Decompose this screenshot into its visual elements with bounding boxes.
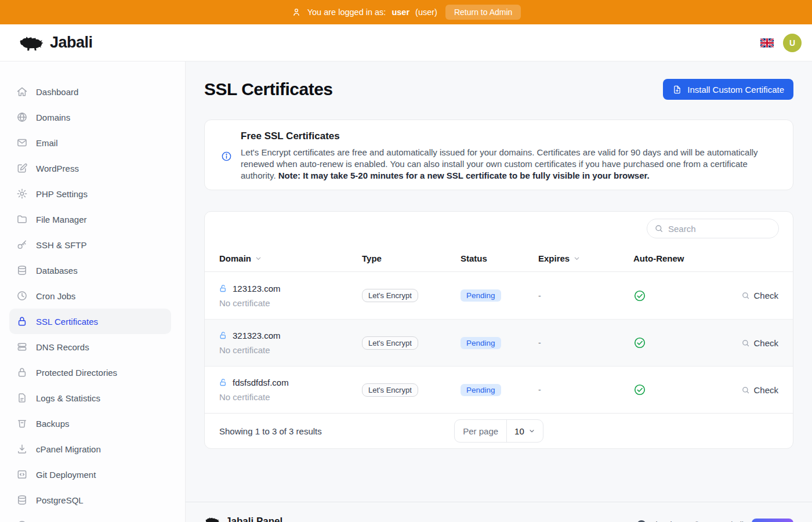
chevron-down-icon — [255, 255, 262, 262]
certificate-subtitle: No certificate — [219, 345, 362, 355]
boar-logo-icon — [17, 32, 44, 53]
search-input[interactable] — [668, 224, 771, 234]
magnifier-icon — [741, 386, 750, 394]
column-header-auto-renew: Auto-Renew — [633, 253, 725, 263]
sidebar-item-cron-jobs[interactable]: Cron Jobs — [9, 283, 171, 309]
sidebar-item-ssl-certificates[interactable]: SSL Certificates — [9, 309, 171, 334]
check-button[interactable]: Check — [725, 291, 778, 300]
key-icon — [16, 239, 28, 251]
certificates-table: Domain Type Status Expires Auto-Renew — [204, 211, 793, 449]
unlock-icon — [219, 331, 228, 340]
bin-icon — [16, 418, 28, 429]
sidebar-item-postgresql[interactable]: PostgreSQL — [9, 487, 171, 513]
check-button[interactable]: Check — [725, 338, 778, 348]
sidebar-item-git-deployment[interactable]: Git Deployment — [9, 462, 171, 487]
sidebar-item-ssh-sftp[interactable]: SSH & SFTP — [9, 232, 171, 258]
sidebar-item-logs-statistics[interactable]: Logs & Statistics — [9, 385, 171, 411]
sidebar-item-dns-records[interactable]: DNS Records — [9, 334, 171, 360]
chevron-down-icon — [528, 427, 535, 434]
per-page-select[interactable]: Per page 10 — [454, 419, 543, 443]
pencil-square-icon — [16, 162, 28, 174]
user-icon — [291, 7, 302, 17]
status-badge: Pending — [461, 337, 501, 349]
domain-name[interactable]: 123123.com — [219, 284, 362, 293]
expires-value: - — [538, 385, 541, 394]
type-badge: Let's Encrypt — [362, 289, 418, 302]
info-box-body: Let's Encrypt certificates are free and … — [241, 147, 767, 182]
language-flag-icon[interactable] — [760, 38, 774, 48]
chevron-down-icon — [573, 255, 581, 262]
folder-icon — [16, 213, 28, 225]
sidebar-item-protected-directories[interactable]: Protected Directories — [9, 360, 171, 385]
status-badge: Pending — [461, 289, 501, 302]
expires-value: - — [538, 338, 541, 347]
sidebar-item-file-manager[interactable]: File Manager — [9, 206, 171, 232]
column-header-type: Type — [362, 253, 461, 263]
boar-logo-icon — [204, 515, 220, 522]
sidebar-item-backups[interactable]: Backups — [9, 411, 171, 436]
sidebar-item-databases[interactable]: Databases — [9, 258, 171, 283]
return-to-admin-button[interactable]: Return to Admin — [445, 5, 521, 20]
results-summary: Showing 1 to 3 of 3 results — [219, 426, 454, 436]
document-icon — [16, 392, 28, 404]
page-footer: Jabali Panel GitHub • © 2026 Jabali v0.9… — [186, 502, 812, 522]
circle-icon — [16, 520, 28, 522]
magnifier-icon — [741, 339, 750, 347]
server-icon — [16, 341, 28, 353]
brand-name: Jabali — [50, 34, 93, 52]
magnifier-icon — [741, 291, 750, 300]
column-header-status: Status — [461, 253, 538, 263]
type-badge: Let's Encrypt — [362, 336, 418, 350]
gear-icon — [16, 188, 28, 200]
brand-logo: Jabali — [17, 32, 93, 53]
user-avatar[interactable]: U — [783, 34, 802, 52]
free-ssl-info-box: Free SSL Certificates Let's Encrypt cert… — [204, 119, 793, 190]
code-icon — [16, 469, 28, 480]
file-plus-icon — [672, 85, 682, 95]
info-box-title: Free SSL Certificates — [241, 130, 767, 142]
certificate-subtitle: No certificate — [219, 392, 362, 402]
type-badge: Let's Encrypt — [362, 383, 418, 397]
certificate-subtitle: No certificate — [219, 298, 362, 308]
sidebar-item-email[interactable]: Email — [9, 130, 171, 155]
table-row: fdsfsdfdsf.com No certificate Let's Encr… — [205, 366, 793, 413]
unlock-icon — [219, 284, 228, 293]
expires-value: - — [538, 291, 541, 300]
search-icon — [654, 224, 664, 233]
sidebar-item-partial[interactable] — [9, 513, 171, 522]
column-header-domain[interactable]: Domain — [219, 253, 362, 263]
main-content: SSL Certificates Install Custom Certific… — [186, 61, 812, 522]
app-header: Jabali U — [0, 24, 812, 61]
check-button[interactable]: Check — [725, 385, 778, 395]
domain-name[interactable]: 321323.com — [219, 331, 362, 340]
logged-in-status: You are logged in as: user (user) — [291, 7, 437, 17]
install-custom-certificate-button[interactable]: Install Custom Certificate — [663, 79, 793, 100]
table-row: 321323.com No certificate Let's Encrypt … — [205, 319, 793, 366]
unlock-icon — [219, 378, 228, 387]
domain-name[interactable]: fdsfsdfdsf.com — [219, 378, 362, 387]
lock-icon — [16, 367, 28, 378]
mail-icon — [16, 137, 28, 148]
version-badge: v0.9-rc42 — [752, 519, 793, 522]
table-header-row: Domain Type Status Expires Auto-Renew — [205, 245, 793, 272]
sidebar-item-cpanel-migration[interactable]: cPanel Migration — [9, 436, 171, 462]
sidebar-item-dashboard[interactable]: Dashboard — [9, 79, 171, 104]
info-box-note: Note: It may take 5-20 minutes for a new… — [278, 171, 650, 180]
sidebar-item-wordpress[interactable]: WordPress — [9, 155, 171, 181]
status-badge: Pending — [461, 384, 501, 396]
download-icon — [16, 443, 28, 455]
auto-renew-check-icon — [633, 336, 725, 349]
page-title: SSL Certificates — [204, 79, 333, 99]
column-header-expires[interactable]: Expires — [538, 253, 633, 263]
table-row: 123123.com No certificate Let's Encrypt … — [205, 272, 793, 319]
pagination-row: Showing 1 to 3 of 3 results Per page 10 — [205, 413, 793, 448]
clock-icon — [16, 290, 28, 302]
sidebar-item-php-settings[interactable]: PHP Settings — [9, 181, 171, 206]
database-icon — [16, 494, 28, 506]
footer-brand: Jabali Panel — [226, 516, 282, 522]
logged-in-role: (user) — [415, 8, 437, 17]
lock-icon — [16, 316, 28, 327]
sidebar-item-domains[interactable]: Domains — [9, 104, 171, 130]
impersonation-bar: You are logged in as: user (user) Return… — [0, 0, 812, 24]
database-icon — [16, 264, 28, 276]
